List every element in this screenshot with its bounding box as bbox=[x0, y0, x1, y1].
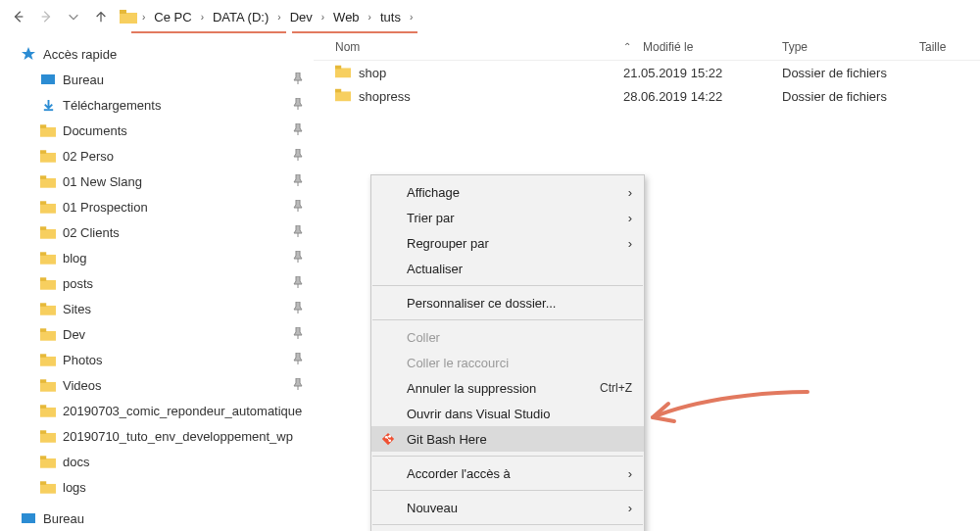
chevron-right-icon: › bbox=[318, 12, 327, 23]
context-menu-item[interactable]: Actualiser bbox=[371, 256, 644, 281]
sidebar-item[interactable]: posts bbox=[12, 270, 310, 296]
context-menu-label: Coller le raccourci bbox=[407, 356, 632, 370]
file-modified: 28.06.2019 14:22 bbox=[617, 89, 776, 104]
pin-icon bbox=[292, 250, 304, 266]
context-menu-label: Accorder l'accès à bbox=[407, 466, 628, 481]
pin-icon bbox=[292, 148, 304, 164]
sidebar-item[interactable]: Téléchargements bbox=[12, 92, 310, 118]
sort-indicator: ⌃ bbox=[617, 40, 637, 54]
sidebar-item[interactable]: 02 Perso bbox=[12, 143, 310, 169]
breadcrumb-segment[interactable]: tuts bbox=[376, 8, 405, 26]
sidebar-item-label: docs bbox=[63, 455, 304, 469]
svg-rect-21 bbox=[40, 303, 46, 307]
pin-icon bbox=[292, 352, 304, 367]
svg-rect-6 bbox=[40, 126, 56, 136]
pin-icon bbox=[292, 199, 304, 215]
svg-rect-20 bbox=[40, 305, 56, 314]
sidebar-item[interactable]: 01 New Slang bbox=[12, 169, 310, 194]
svg-rect-29 bbox=[40, 405, 46, 409]
folder-icon bbox=[39, 478, 57, 496]
context-menu-separator bbox=[372, 285, 643, 286]
svg-rect-24 bbox=[40, 356, 56, 365]
sidebar-item-label: Accès rapide bbox=[43, 47, 304, 62]
sidebar-item-label: 02 Perso bbox=[63, 149, 286, 164]
context-menu-item[interactable]: Trier par› bbox=[371, 205, 644, 230]
sidebar-item[interactable]: Videos bbox=[12, 372, 310, 398]
context-menu-item[interactable]: Accorder l'accès à› bbox=[371, 460, 644, 486]
svg-rect-38 bbox=[335, 91, 351, 101]
svg-rect-12 bbox=[40, 203, 56, 213]
pin-icon bbox=[292, 377, 304, 393]
breadcrumb-segment[interactable]: Ce PC bbox=[150, 8, 195, 26]
svg-rect-19 bbox=[40, 277, 46, 281]
svg-rect-39 bbox=[335, 88, 341, 92]
context-menu-label: Git Bash Here bbox=[407, 432, 632, 447]
sidebar-item-label: Dev bbox=[63, 327, 286, 342]
sidebar-item[interactable]: Dev bbox=[12, 321, 310, 347]
context-menu-item[interactable]: Ouvrir dans Visual Studio bbox=[371, 401, 644, 426]
sidebar-item[interactable]: blog bbox=[12, 245, 310, 270]
sidebar-item[interactable]: 20190703_comic_repondeur_automatique bbox=[12, 398, 310, 423]
file-row[interactable]: shopress28.06.2019 14:22Dossier de fichi… bbox=[314, 84, 980, 108]
sidebar-item-label: blog bbox=[63, 251, 286, 266]
sidebar-item-desktop[interactable]: Bureau bbox=[12, 506, 310, 531]
context-menu-item: Coller bbox=[371, 324, 644, 350]
svg-rect-31 bbox=[40, 430, 46, 434]
sidebar-item-quick-access[interactable]: Accès rapide bbox=[12, 41, 310, 67]
breadcrumb-segment[interactable]: Web bbox=[329, 8, 364, 26]
pin-icon bbox=[292, 224, 304, 240]
context-menu-item[interactable]: Personnaliser ce dossier... bbox=[371, 290, 644, 315]
column-header-modified[interactable]: Modifié le bbox=[637, 40, 776, 54]
context-menu-item[interactable]: Annuler la suppressionCtrl+Z bbox=[371, 375, 644, 401]
svg-rect-7 bbox=[40, 124, 46, 128]
column-header-size[interactable]: Taille bbox=[913, 40, 980, 54]
sidebar: Accès rapide BureauTéléchargementsDocume… bbox=[0, 33, 314, 531]
file-row[interactable]: shop21.05.2019 15:22Dossier de fichiers bbox=[314, 61, 980, 84]
sidebar-item-label: Téléchargements bbox=[63, 98, 286, 113]
breadcrumb-segment[interactable]: Dev bbox=[286, 8, 317, 26]
context-menu-item[interactable]: Git Bash Here bbox=[371, 426, 644, 452]
sidebar-item[interactable]: docs bbox=[12, 449, 310, 474]
folder-icon bbox=[39, 121, 57, 139]
pin-icon bbox=[292, 122, 304, 138]
sidebar-item[interactable]: Photos bbox=[12, 347, 310, 372]
nav-back-button[interactable] bbox=[6, 4, 31, 29]
sidebar-item-label: logs bbox=[63, 480, 304, 495]
context-menu-separator bbox=[372, 490, 643, 491]
svg-rect-3 bbox=[120, 10, 126, 14]
context-menu-separator bbox=[372, 524, 643, 525]
folder-icon bbox=[39, 453, 57, 470]
column-header-name[interactable]: Nom bbox=[314, 40, 617, 54]
breadcrumb-segment[interactable]: DATA (D:) bbox=[209, 8, 272, 26]
desktop-icon bbox=[39, 71, 57, 88]
context-menu-item[interactable]: Nouveau› bbox=[371, 495, 644, 520]
sidebar-item[interactable]: 20190710_tuto_env_developpement_wp bbox=[12, 423, 310, 449]
chevron-right-icon: › bbox=[139, 12, 148, 23]
sidebar-item[interactable]: Bureau bbox=[12, 67, 310, 92]
column-header-type[interactable]: Type bbox=[776, 40, 913, 54]
svg-rect-8 bbox=[40, 152, 56, 162]
chevron-right-icon: › bbox=[628, 211, 632, 225]
folder-icon bbox=[39, 427, 57, 445]
chevron-right-icon: › bbox=[366, 12, 374, 23]
breadcrumb[interactable]: › Ce PC › DATA (D:) › Dev › Web › tuts › bbox=[116, 4, 974, 29]
nav-recent-button[interactable] bbox=[61, 4, 86, 29]
pin-icon bbox=[292, 72, 304, 87]
context-menu-shortcut: Ctrl+Z bbox=[600, 381, 632, 395]
sidebar-item[interactable]: 02 Clients bbox=[12, 219, 310, 245]
annotation-underline bbox=[131, 31, 286, 33]
svg-rect-11 bbox=[40, 175, 46, 179]
sidebar-item[interactable]: Sites bbox=[12, 296, 310, 321]
context-menu-item[interactable]: Regrouper par› bbox=[371, 230, 644, 256]
pin-icon bbox=[292, 275, 304, 291]
sidebar-item[interactable]: logs bbox=[12, 474, 310, 500]
nav-up-button[interactable] bbox=[88, 4, 114, 29]
nav-forward-button[interactable] bbox=[33, 4, 59, 29]
context-menu-item[interactable]: Affichage› bbox=[371, 179, 644, 205]
svg-rect-15 bbox=[40, 226, 46, 230]
sidebar-item[interactable]: 01 Prospection bbox=[12, 194, 310, 219]
svg-rect-33 bbox=[40, 456, 46, 459]
folder-icon bbox=[335, 65, 351, 81]
sidebar-item[interactable]: Documents bbox=[12, 118, 310, 143]
sidebar-item-label: 01 Prospection bbox=[63, 200, 286, 215]
